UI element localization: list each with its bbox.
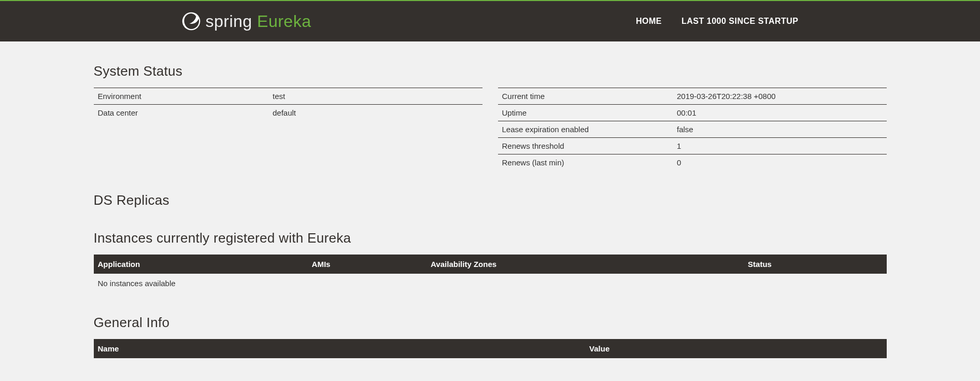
th-gi-value: Value — [585, 339, 886, 358]
brand-eureka-text: Eureka — [257, 12, 311, 31]
spring-leaf-icon — [182, 12, 201, 31]
kv-label: Renews (last min) — [498, 154, 673, 171]
table-row: Environmenttest — [94, 88, 482, 105]
instances-table: Application AMIs Availability Zones Stat… — [94, 255, 887, 293]
nav-last1000-link[interactable]: LAST 1000 SINCE STARTUP — [681, 17, 798, 26]
system-status-left-table: EnvironmenttestData centerdefault — [94, 88, 482, 121]
brand-spring-text: spring — [206, 12, 252, 31]
kv-value: 1 — [673, 138, 887, 154]
kv-label: Current time — [498, 88, 673, 105]
nav-links: HOME LAST 1000 SINCE STARTUP — [636, 17, 798, 26]
heading-ds-replicas: DS Replicas — [94, 192, 887, 208]
table-row: Renews threshold1 — [498, 138, 887, 154]
kv-value: test — [268, 88, 482, 105]
kv-value: 2019-03-26T20:22:38 +0800 — [673, 88, 887, 105]
table-row: Data centerdefault — [94, 105, 482, 121]
kv-value: 0 — [673, 154, 887, 171]
th-zones: Availability Zones — [427, 255, 744, 274]
table-row: Current time2019-03-26T20:22:38 +0800 — [498, 88, 887, 105]
system-status-right-table: Current time2019-03-26T20:22:38 +0800Upt… — [498, 88, 887, 171]
th-status: Status — [744, 255, 886, 274]
th-gi-name: Name — [94, 339, 586, 358]
kv-label: Lease expiration enabled — [498, 121, 673, 138]
heading-general-info: General Info — [94, 315, 887, 331]
kv-label: Environment — [94, 88, 269, 105]
nav-home-link[interactable]: HOME — [636, 17, 662, 26]
kv-value: 00:01 — [673, 105, 887, 121]
kv-label: Renews threshold — [498, 138, 673, 154]
table-row: Uptime00:01 — [498, 105, 887, 121]
kv-label: Data center — [94, 105, 269, 121]
svg-point-1 — [186, 24, 188, 26]
general-info-table: Name Value — [94, 339, 887, 358]
heading-system-status: System Status — [94, 63, 887, 79]
table-row: Lease expiration enabledfalse — [498, 121, 887, 138]
kv-value: false — [673, 121, 887, 138]
table-row: No instances available — [94, 274, 887, 293]
table-row: Renews (last min)0 — [498, 154, 887, 171]
brand-text: spring Eureka — [206, 12, 311, 31]
th-amis: AMIs — [308, 255, 427, 274]
brand[interactable]: spring Eureka — [182, 12, 311, 31]
kv-label: Uptime — [498, 105, 673, 121]
navbar: spring Eureka HOME LAST 1000 SINCE START… — [0, 0, 980, 41]
instances-empty-cell: No instances available — [94, 274, 887, 293]
kv-value: default — [268, 105, 482, 121]
th-application: Application — [94, 255, 308, 274]
heading-instances: Instances currently registered with Eure… — [94, 230, 887, 246]
